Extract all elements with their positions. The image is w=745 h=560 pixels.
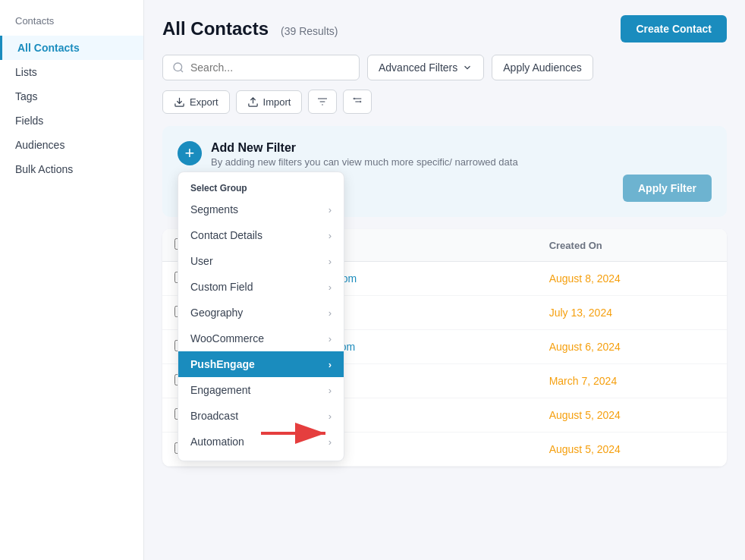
row-created-on: August 6, 2024 xyxy=(537,330,727,364)
broadcast-label: Broadcast xyxy=(190,410,238,422)
sidebar-item-audiences[interactable]: Audiences xyxy=(0,133,143,157)
search-icon xyxy=(172,61,184,74)
svg-line-1 xyxy=(181,70,183,72)
sidebar-item-tags[interactable]: Tags xyxy=(0,84,143,109)
user-label: User xyxy=(190,255,213,267)
filter-dropdown-menu: Select Group Segments › Contact Details … xyxy=(178,171,344,461)
advanced-filters-button[interactable]: Advanced Filters xyxy=(367,55,484,80)
push-engage-label: PushEngage xyxy=(190,358,255,370)
filter-panel: + Add New Filter By adding new filters y… xyxy=(162,126,727,217)
sidebar-section-title: Contacts xyxy=(0,15,143,36)
sidebar-item-lists[interactable]: Lists xyxy=(0,60,143,84)
sidebar-item-bulk-actions[interactable]: Bulk Actions xyxy=(0,157,143,181)
export-button[interactable]: Export xyxy=(162,90,230,114)
sidebar-item-fields[interactable]: Fields xyxy=(0,109,143,133)
filter-subtitle: By adding new filters you can view much … xyxy=(211,156,518,168)
add-filter-button[interactable]: + xyxy=(178,141,202,165)
segments-label: Segments xyxy=(190,203,238,216)
contact-details-label: Contact Details xyxy=(190,229,262,241)
row-created-on: August 8, 2024 xyxy=(537,262,727,296)
chevron-right-icon: › xyxy=(328,359,332,370)
automation-label: Automation xyxy=(190,436,244,448)
row-created-on: August 5, 2024 xyxy=(537,433,727,467)
dropdown-item-contact-details[interactable]: Contact Details › xyxy=(178,222,344,248)
chevron-right-icon: › xyxy=(328,333,332,344)
search-input[interactable] xyxy=(190,61,350,74)
main-content: All Contacts (39 Results) Create Contact… xyxy=(144,0,745,560)
advanced-filters-label: Advanced Filters xyxy=(379,61,457,74)
chevron-right-icon: › xyxy=(328,307,332,319)
chevron-right-icon: › xyxy=(328,230,332,241)
chevron-right-icon: › xyxy=(328,385,332,396)
dropdown-item-user[interactable]: User › xyxy=(178,248,344,274)
dropdown-item-geography[interactable]: Geography › xyxy=(178,300,344,326)
dropdown-item-custom-field[interactable]: Custom Field › xyxy=(178,274,344,300)
filter-header: + Add New Filter By adding new filters y… xyxy=(178,141,712,168)
row-created-on: July 13, 2024 xyxy=(537,296,727,330)
table-header-created-on: Created On xyxy=(537,229,727,262)
action-row: Export Import xyxy=(162,90,727,114)
toolbar: Advanced Filters Apply Audiences xyxy=(162,55,727,80)
chevron-right-icon: › xyxy=(328,204,332,216)
chevron-right-icon: › xyxy=(328,411,332,422)
dropdown-section-title: Select Group xyxy=(178,178,344,197)
search-box xyxy=(162,55,360,80)
apply-audiences-button[interactable]: Apply Audiences xyxy=(492,55,593,80)
create-contact-button[interactable]: Create Contact xyxy=(621,15,727,42)
results-count: (39 Results) xyxy=(281,25,338,37)
apply-filter-button[interactable]: Apply Filter xyxy=(623,175,712,202)
options-icon xyxy=(351,96,363,108)
sidebar-item-all-contacts[interactable]: All Contacts xyxy=(0,36,143,60)
row-created-on: March 7, 2024 xyxy=(537,364,727,398)
woocommerce-label: WooCommerce xyxy=(190,332,264,344)
sidebar: Contacts All Contacts Lists Tags Fields … xyxy=(0,0,144,560)
dropdown-item-woocommerce[interactable]: WooCommerce › xyxy=(178,326,344,351)
dropdown-item-engagement[interactable]: Engagement › xyxy=(178,377,344,403)
sort-button[interactable] xyxy=(308,90,337,114)
import-icon xyxy=(247,96,259,108)
filter-title: Add New Filter xyxy=(211,141,518,155)
geography-label: Geography xyxy=(190,307,243,319)
engagement-label: Engagement xyxy=(190,384,250,396)
chevron-right-icon: › xyxy=(328,256,332,267)
sort-icon xyxy=(316,96,328,108)
dropdown-item-segments[interactable]: Segments › xyxy=(178,197,344,222)
custom-field-label: Custom Field xyxy=(190,281,253,293)
page-header: All Contacts (39 Results) Create Contact xyxy=(162,15,727,42)
svg-point-0 xyxy=(174,63,182,71)
export-label: Export xyxy=(190,96,218,108)
import-label: Import xyxy=(263,96,291,108)
svg-point-9 xyxy=(354,98,356,100)
svg-point-10 xyxy=(360,101,362,103)
import-button[interactable]: Import xyxy=(236,90,303,114)
chevron-down-icon xyxy=(462,62,473,73)
row-created-on: August 5, 2024 xyxy=(537,398,727,433)
dropdown-item-push-engage[interactable]: PushEngage › xyxy=(178,351,344,377)
filter-options-button[interactable] xyxy=(343,90,372,114)
page-title: All Contacts xyxy=(162,18,269,39)
arrow-indicator xyxy=(261,422,337,448)
chevron-right-icon: › xyxy=(328,282,332,293)
export-icon xyxy=(174,96,185,108)
